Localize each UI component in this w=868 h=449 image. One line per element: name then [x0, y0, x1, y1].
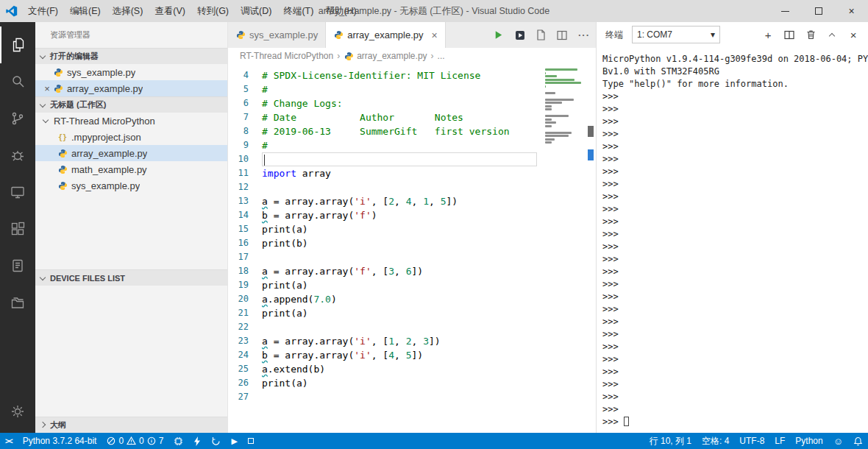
activity-explorer[interactable] — [0, 26, 35, 63]
line-number[interactable]: 8 — [228, 124, 262, 138]
line-number[interactable]: 25 — [228, 362, 262, 376]
code-line-9[interactable]: 9# — [228, 138, 596, 152]
maximize-button[interactable] — [802, 0, 835, 22]
line-number[interactable]: 6 — [228, 96, 262, 110]
menu-f[interactable]: 文件(F) — [22, 0, 64, 22]
line-number[interactable]: 17 — [228, 250, 262, 264]
activity-source-control[interactable] — [0, 100, 35, 137]
run-button[interactable] — [493, 29, 504, 40]
code-line-13[interactable]: 13a = array.array('i', [2, 4, 1, 5]) — [228, 194, 596, 208]
code-line-25[interactable]: 25a.extend(b) — [228, 362, 596, 376]
line-number[interactable]: 9 — [228, 138, 262, 152]
kill-terminal-button[interactable] — [805, 29, 817, 40]
remote-indicator[interactable]: >< — [0, 433, 18, 449]
new-terminal-button[interactable]: + — [762, 29, 774, 40]
line-number[interactable]: 11 — [228, 166, 262, 180]
show-source-button[interactable] — [536, 29, 546, 40]
activity-extensions[interactable] — [0, 211, 35, 247]
run-on-board-button[interactable] — [515, 30, 525, 40]
minimap[interactable] — [545, 68, 586, 148]
line-number[interactable]: 27 — [228, 390, 262, 404]
line-number[interactable]: 21 — [228, 306, 262, 320]
code-line-24[interactable]: 24b = array.array('i', [4, 5]) — [228, 348, 596, 362]
code-line-15[interactable]: 15print(a) — [228, 222, 596, 236]
tree-item-math-example-py[interactable]: math_example.py — [35, 161, 227, 177]
line-number[interactable]: 14 — [228, 208, 262, 222]
line-number[interactable]: 10 — [228, 152, 262, 166]
section-device-files[interactable]: DEVICE FILES LIST — [35, 269, 227, 286]
activity-notebook[interactable] — [0, 247, 35, 284]
line-number[interactable]: 5 — [228, 82, 262, 96]
code-line-16[interactable]: 16print(b) — [228, 236, 596, 250]
code-line-23[interactable]: 23a = array.array('i', [1, 2, 3]) — [228, 334, 596, 348]
code-line-17[interactable]: 17 — [228, 250, 596, 264]
line-number[interactable]: 24 — [228, 348, 262, 362]
menu-s[interactable]: 选择(S) — [107, 0, 149, 22]
breadcrumb-item-item[interactable]: ... — [438, 51, 445, 61]
terminal-selector[interactable]: 1: COM7 ▾ — [632, 26, 720, 43]
code-line-26[interactable]: 26print(a) — [228, 376, 596, 390]
flash-download-button[interactable] — [188, 433, 206, 449]
notifications-button[interactable] — [848, 433, 868, 449]
code-line-20[interactable]: 20a.append(7.0) — [228, 292, 596, 306]
code-editor[interactable]: 4# SPDX-License-Identifier: MIT License5… — [228, 64, 596, 433]
menu-g[interactable]: 转到(G) — [191, 0, 235, 22]
close-panel-button[interactable]: × — [847, 29, 859, 40]
menu-v[interactable]: 查看(V) — [149, 0, 191, 22]
more-actions-button[interactable]: ··· — [578, 29, 590, 40]
board-button[interactable] — [168, 433, 188, 449]
menu-d[interactable]: 调试(D) — [235, 0, 277, 22]
tree-item-mpyproject-json[interactable]: {}.mpyproject.json — [35, 129, 227, 145]
feedback-button[interactable]: ☺ — [828, 433, 848, 449]
tab-array-example-py[interactable]: array_example.py× — [326, 22, 446, 48]
terminal-output[interactable]: MicroPython v1.9.4-114-g309fe39d on 2018… — [597, 47, 868, 433]
menu-e[interactable]: 编辑(E) — [64, 0, 107, 22]
breadcrumb-item-rt-thread-micropython[interactable]: RT-Thread MicroPython — [240, 51, 333, 61]
line-number[interactable]: 15 — [228, 222, 262, 236]
line-number[interactable]: 23 — [228, 334, 262, 348]
code-line-19[interactable]: 19print(a) — [228, 278, 596, 292]
line-number[interactable]: 20 — [228, 292, 262, 306]
tree-item-rt-thread-micropython[interactable]: RT-Thread MicroPython — [35, 113, 227, 129]
section-open-editors[interactable]: 打开的编辑器 — [35, 48, 227, 64]
run-program-button[interactable]: ▶ — [226, 433, 242, 449]
line-number[interactable]: 12 — [228, 180, 262, 194]
tab-sys-example-py[interactable]: sys_example.py — [228, 22, 326, 48]
line-number[interactable]: 13 — [228, 194, 262, 208]
open-editor-item-array-example-py[interactable]: ×array_example.py — [35, 80, 227, 96]
stop-program-button[interactable] — [243, 433, 259, 449]
section-outline[interactable]: 大纲 — [35, 417, 227, 433]
python-interpreter[interactable]: Python 3.7.2 64-bit — [18, 433, 102, 449]
line-number[interactable]: 22 — [228, 320, 262, 334]
line-number[interactable]: 16 — [228, 236, 262, 250]
code-line-8[interactable]: 8# 2019-06-13 SummerGift first version — [228, 124, 596, 138]
close-icon[interactable]: × — [41, 83, 53, 94]
menu-t[interactable]: 终端(T) — [277, 0, 319, 22]
code-line-11[interactable]: 11import array — [228, 166, 596, 180]
code-line-22[interactable]: 22 — [228, 320, 596, 334]
manage-button[interactable] — [0, 393, 35, 430]
code-line-12[interactable]: 12 — [228, 180, 596, 194]
breadcrumb-item-array-example-py[interactable]: array_example.py — [344, 51, 427, 61]
line-number[interactable]: 26 — [228, 376, 262, 390]
cursor-position[interactable]: 行 10, 列 1 — [644, 433, 697, 449]
line-number[interactable]: 4 — [228, 68, 262, 82]
open-editor-item-sys-example-py[interactable]: sys_example.py — [35, 64, 227, 80]
code-line-14[interactable]: 14b = array.array('f') — [228, 208, 596, 222]
code-line-10[interactable]: 10 — [228, 152, 596, 166]
split-terminal-button[interactable] — [783, 29, 795, 40]
sync-button[interactable] — [206, 433, 226, 449]
section-workspace[interactable]: 无标题 (工作区) — [35, 96, 227, 113]
close-button[interactable]: × — [835, 0, 868, 22]
activity-folders[interactable] — [0, 284, 35, 321]
line-number[interactable]: 7 — [228, 110, 262, 124]
line-number[interactable]: 18 — [228, 264, 262, 278]
code-line-4[interactable]: 4# SPDX-License-Identifier: MIT License — [228, 68, 596, 82]
code-line-21[interactable]: 21print(a) — [228, 306, 596, 320]
tree-item-sys-example-py[interactable]: sys_example.py — [35, 177, 227, 194]
encoding[interactable]: UTF-8 — [734, 433, 769, 449]
eol-sequence[interactable]: LF — [769, 433, 790, 449]
close-icon[interactable]: × — [432, 29, 438, 41]
activity-search[interactable] — [0, 63, 35, 100]
code-line-5[interactable]: 5# — [228, 82, 596, 96]
